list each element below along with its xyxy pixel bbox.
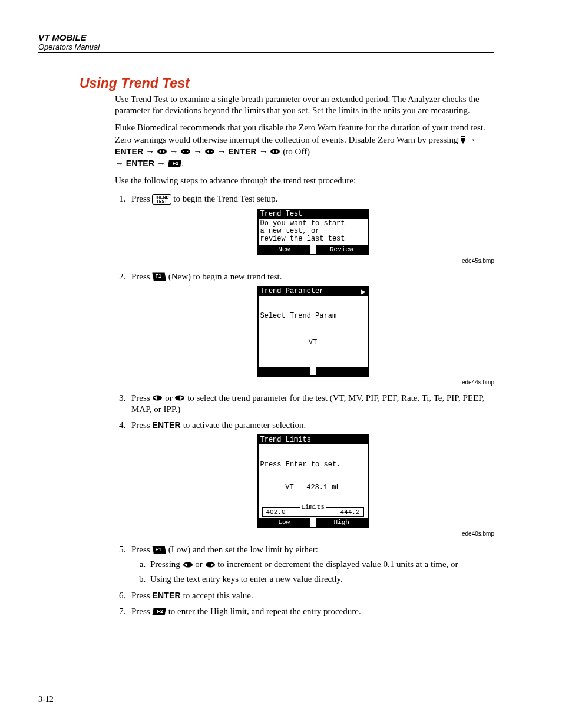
intro-paragraph-2: Fluke Biomedical recommends that you dis… <box>115 122 494 169</box>
lcd-body: Press Enter to set. VT 423.1 mL <box>259 444 368 507</box>
step-5-substeps: Pressing or to increment or decrement th… <box>131 559 494 585</box>
step-5b: Using the text entry keys to enter a new… <box>148 574 494 585</box>
step-2: Press F1 (New) to begin a new trend test… <box>128 271 494 387</box>
text: VT 423.1 mL <box>260 484 366 492</box>
text: to enter the High limit, and repeat the … <box>166 607 361 616</box>
left-nav-icon <box>152 395 163 401</box>
svg-point-9 <box>205 149 214 154</box>
text: Press <box>131 545 152 554</box>
nav-key-icon <box>270 149 280 154</box>
lcd-screen-3: Trend Limits Press Enter to set. VT 423.… <box>257 434 369 528</box>
lcd-softkey-low: Low <box>259 518 310 527</box>
arrow-icon: → <box>217 146 226 156</box>
figure-caption: ede44s.bmp <box>131 379 494 387</box>
lcd-softkey-blank <box>316 367 368 375</box>
enter-key: ENTER <box>228 147 256 156</box>
page-header: VT MOBILE Operators Manual <box>38 32 494 53</box>
lcd-softkey-new: New <box>259 245 310 254</box>
f2-key-icon: F2 <box>152 608 166 616</box>
lcd-body: Select Trend Param VT <box>259 296 368 367</box>
text: Press <box>131 591 152 600</box>
setup-icon <box>460 136 465 144</box>
step-3: Press or to select the trend parameter f… <box>128 393 494 415</box>
enter-key: ENTER <box>126 159 154 168</box>
arrow-icon: → <box>146 146 154 156</box>
text: Press Enter to set. <box>260 461 366 469</box>
step-5: Press F1 (Low) and then set the low limi… <box>128 544 494 585</box>
arrow-icon: → <box>259 146 268 156</box>
figure-caption: ede40s.bmp <box>131 531 494 538</box>
nav-key-icon <box>204 149 215 154</box>
text: to begin the Trend Test setup. <box>171 194 278 203</box>
lcd-softkey-blank <box>259 367 310 375</box>
svg-rect-0 <box>461 136 465 137</box>
nav-key-icon <box>157 149 167 154</box>
f1-key-icon: F1 <box>152 272 166 281</box>
lcd-value: VT <box>260 335 366 349</box>
text: . <box>181 159 184 168</box>
lcd-softkey-review: Review <box>316 245 368 254</box>
lcd-limits-box: Limits 402.0 444.2 <box>262 507 364 517</box>
text: Fluke Biomedical recommends that you dis… <box>115 123 485 144</box>
lcd-body: Do you want to start a new test, or revi… <box>259 219 368 245</box>
lcd-softkey-high: High <box>316 518 368 527</box>
figure-caption: ede45s.bmp <box>131 258 494 265</box>
f1-key-icon: F1 <box>152 546 166 554</box>
f2-key-icon: F2 <box>168 160 182 168</box>
step-6: Press ENTER to accept this value. <box>128 590 494 601</box>
arrow-icon: → <box>467 134 476 144</box>
text: (to Off) <box>283 147 310 156</box>
enter-key: ENTER <box>152 591 180 600</box>
section-heading: Using Trend Test <box>80 75 494 91</box>
text: Press <box>131 420 152 430</box>
right-arrow-icon: ▶ <box>361 288 366 295</box>
text: Press <box>131 272 152 281</box>
text: Press <box>131 393 152 403</box>
product-name: VT MOBILE <box>38 32 494 42</box>
body-column: Use Trend Test to examine a single breat… <box>115 94 494 617</box>
text: to accept this value. <box>181 591 253 600</box>
step-1: Press TREND TEST to begin the Trend Test… <box>128 193 494 265</box>
lcd-title: Trend Limits <box>260 436 311 444</box>
text: to activate the parameter selection. <box>181 420 306 430</box>
svg-point-12 <box>270 149 280 154</box>
left-nav-icon <box>183 562 193 568</box>
arrow-icon: → <box>170 146 178 156</box>
text: Pressing <box>150 559 183 569</box>
text: (New) to begin a new trend test. <box>166 272 282 281</box>
svg-marker-2 <box>461 140 465 144</box>
page-number: 3-12 <box>38 695 54 704</box>
text: Press <box>131 194 152 203</box>
arrow-icon: → <box>115 158 124 168</box>
arrow-icon: → <box>157 158 166 168</box>
intro-paragraph-3: Use the following steps to advance throu… <box>115 175 494 186</box>
text: Select Trend Param <box>260 312 366 320</box>
step-5a: Pressing or to increment or decrement th… <box>148 559 494 570</box>
step-7: Press F2 to enter the High limit, and re… <box>128 606 494 617</box>
svg-rect-1 <box>461 138 465 140</box>
arrow-icon: → <box>193 146 202 156</box>
right-nav-icon <box>205 562 216 568</box>
step-4: Press ENTER to activate the parameter se… <box>128 420 494 538</box>
lcd-title: Trend Test <box>260 210 303 218</box>
text: to increment or decrement the displayed … <box>216 559 458 569</box>
intro-paragraph-1: Use Trend Test to examine a single breat… <box>115 94 494 116</box>
enter-key: ENTER <box>152 420 180 430</box>
steps-list: Press TREND TEST to begin the Trend Test… <box>115 193 494 617</box>
nav-key-icon <box>180 149 191 154</box>
lcd-screen-1: Trend Test Do you want to start a new te… <box>257 209 369 255</box>
enter-key: ENTER <box>115 147 143 156</box>
trend-test-key-icon: TREND TEST <box>152 194 171 205</box>
text: Limits <box>300 503 326 510</box>
svg-point-3 <box>157 149 167 154</box>
manual-subtitle: Operators Manual <box>38 42 494 51</box>
right-nav-icon <box>174 395 185 401</box>
text: Press <box>131 607 152 616</box>
text: or <box>163 393 174 403</box>
lcd-screen-2: Trend Parameter▶ Select Trend Param VT <box>257 286 369 377</box>
text: (Low) and then set the low limit by eith… <box>166 545 318 554</box>
text: or <box>193 559 205 569</box>
lcd-title: Trend Parameter <box>260 288 324 295</box>
svg-point-6 <box>181 149 190 154</box>
